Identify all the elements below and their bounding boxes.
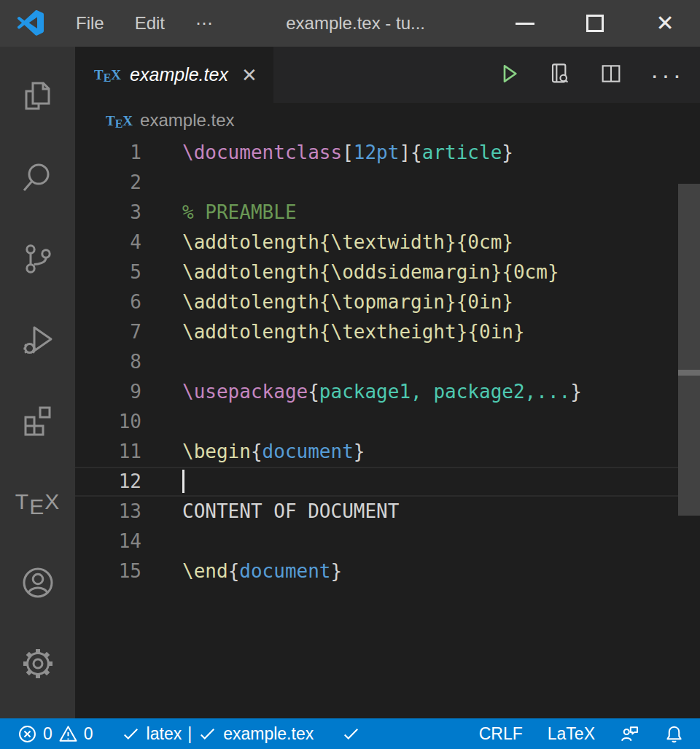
code-line[interactable]: 7\addtolength{\textheight}{0in} — [75, 317, 700, 347]
code-line[interactable]: 12 — [75, 467, 700, 497]
pdf-preview-icon — [548, 62, 572, 85]
code-token: package1, package2,... — [319, 381, 570, 403]
code-line[interactable]: 1\documentclass[12pt]{article} — [75, 138, 700, 168]
line-content[interactable] — [141, 527, 182, 556]
line-content[interactable] — [141, 468, 184, 495]
code-token: \addtolength{\textwidth}{0cm} — [182, 231, 513, 253]
line-number: 9 — [75, 377, 141, 407]
feedback-button[interactable] — [620, 724, 639, 744]
minimize-button[interactable] — [490, 0, 560, 47]
line-content[interactable] — [141, 347, 182, 377]
code-token: \begin — [182, 441, 251, 462]
eol-selector[interactable]: CRLF — [479, 724, 523, 744]
line-content[interactable]: \addtolength{\oddsidemargin}{0cm} — [141, 257, 559, 287]
line-number: 4 — [75, 228, 141, 257]
code-line[interactable]: 10 — [75, 407, 700, 437]
code-token: ] — [399, 141, 411, 163]
menu-edit[interactable]: Edit — [125, 9, 175, 38]
line-content[interactable]: \usepackage{package1, package2,...} — [141, 377, 582, 407]
code-token: document — [262, 441, 354, 462]
tab-label: example.tex — [130, 64, 228, 85]
code-token: \end — [182, 560, 228, 582]
menu-bar: File Edit ⋯ — [66, 9, 223, 38]
code-token: \usepackage — [182, 381, 308, 403]
code-line[interactable]: 13CONTENT OF DOCUMENT — [75, 497, 700, 527]
warning-icon — [58, 724, 78, 744]
line-number: 12 — [75, 468, 141, 495]
code-token: article — [422, 141, 502, 163]
sidebar-item-search[interactable] — [0, 145, 75, 211]
gear-icon — [20, 646, 55, 681]
line-content[interactable]: CONTENT OF DOCUMENT — [141, 497, 399, 527]
separator: | — [187, 724, 192, 744]
line-number: 15 — [75, 556, 141, 586]
code-token: CONTENT OF DOCUMENT — [182, 500, 399, 522]
code-token: { — [411, 141, 422, 163]
menu-overflow[interactable]: ⋯ — [185, 9, 223, 38]
line-content[interactable]: \end{document} — [141, 556, 342, 586]
vertical-scrollbar[interactable] — [678, 184, 700, 516]
code-line[interactable]: 11\begin{document} — [75, 437, 700, 467]
debug-icon — [20, 322, 55, 357]
view-pdf-button[interactable] — [548, 62, 572, 88]
line-content[interactable]: \addtolength{\topmargin}{0in} — [141, 287, 513, 317]
line-content[interactable]: \addtolength{\textwidth}{0cm} — [141, 228, 513, 257]
code-line[interactable]: 6\addtolength{\topmargin}{0in} — [75, 287, 700, 317]
breadcrumb-file-label: example.tex — [140, 110, 234, 131]
build-latex-button[interactable] — [497, 62, 521, 88]
code-line[interactable]: 14 — [75, 527, 700, 556]
line-content[interactable]: \documentclass[12pt]{article} — [141, 138, 513, 168]
line-content[interactable] — [141, 168, 182, 198]
close-button[interactable]: ✕ — [630, 0, 700, 47]
more-actions-button[interactable]: ··· — [650, 70, 684, 80]
line-number: 1 — [75, 138, 141, 168]
accounts-button[interactable] — [0, 550, 75, 616]
minimize-icon — [516, 23, 534, 25]
code-editor[interactable]: 1\documentclass[12pt]{article}23% PREAMB… — [75, 138, 700, 586]
sidebar-item-run-debug[interactable] — [0, 307, 75, 373]
code-line[interactable]: 2 — [75, 168, 700, 198]
problems-button[interactable]: 0 0 — [18, 724, 93, 744]
line-number: 7 — [75, 317, 141, 347]
latex-build-status[interactable]: latex | example.tex — [121, 724, 314, 744]
code-line[interactable]: 3% PREAMBLE — [75, 198, 700, 228]
code-line[interactable]: 8 — [75, 347, 700, 377]
code-line[interactable]: 15\end{document} — [75, 556, 700, 586]
line-content[interactable] — [141, 407, 182, 437]
build-tool-label: latex — [147, 724, 182, 744]
tex-extension-icon: TEX — [15, 489, 60, 514]
tab-example-tex[interactable]: TEX example.tex ✕ — [75, 47, 273, 103]
error-count: 0 — [43, 724, 52, 744]
bell-icon — [664, 724, 684, 744]
line-number: 10 — [75, 407, 141, 437]
scrollbar-marker — [678, 370, 700, 376]
line-content[interactable]: % PREAMBLE — [141, 198, 297, 228]
split-editor-button[interactable] — [599, 62, 623, 88]
code-line[interactable]: 9\usepackage{package1, package2,...} — [75, 377, 700, 407]
language-mode-selector[interactable]: LaTeX — [548, 724, 595, 744]
sidebar-item-source-control[interactable] — [0, 226, 75, 292]
tab-close-icon[interactable]: ✕ — [241, 64, 257, 86]
tex-file-icon: TEX — [94, 68, 121, 82]
line-content[interactable]: \addtolength{\textheight}{0in} — [141, 317, 525, 347]
menu-file[interactable]: File — [66, 9, 114, 38]
line-content[interactable]: \begin{document} — [141, 437, 365, 467]
code-lines: 1\documentclass[12pt]{article}23% PREAMB… — [75, 138, 700, 586]
sidebar-item-extensions[interactable] — [0, 388, 75, 454]
line-number: 3 — [75, 198, 141, 228]
sidebar-item-explorer[interactable] — [0, 64, 75, 130]
feedback-icon — [620, 724, 639, 744]
code-token: [ — [342, 141, 354, 163]
settings-button[interactable] — [0, 631, 75, 696]
code-line[interactable]: 5\addtolength{\oddsidemargin}{0cm} — [75, 257, 700, 287]
maximize-button[interactable] — [560, 0, 630, 47]
notifications-button[interactable] — [664, 724, 684, 744]
code-line[interactable]: 4\addtolength{\textwidth}{0cm} — [75, 228, 700, 257]
sidebar-item-latex-workshop[interactable]: TEX — [0, 469, 75, 535]
breadcrumb[interactable]: TEX example.tex — [75, 103, 700, 138]
window-controls: ✕ — [490, 0, 700, 47]
lint-status[interactable] — [341, 724, 361, 744]
vscode-logo-icon — [18, 10, 44, 36]
code-token: { — [228, 560, 240, 582]
source-control-icon — [20, 241, 55, 276]
